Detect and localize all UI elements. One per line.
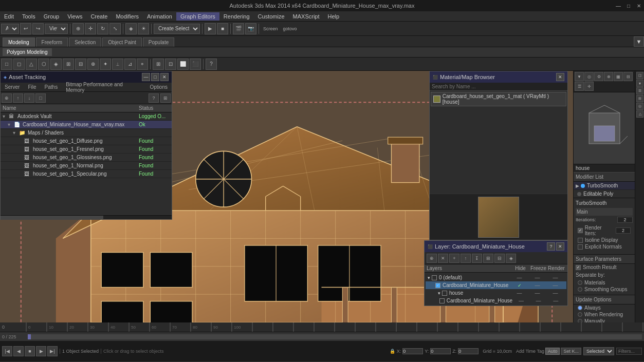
menu-graph-editors[interactable]: Graph Editors — [176, 12, 219, 21]
maximize-button[interactable]: □ — [623, 0, 634, 11]
asset-tb-opts[interactable]: ⊞ — [160, 93, 171, 103]
smooth-result-checkbox[interactable]: ✓ — [576, 265, 581, 270]
vert-btn-1[interactable]: ◫ — [636, 72, 643, 79]
vert-btn-3[interactable]: ☰ — [636, 87, 643, 94]
layer-render-3[interactable]: — — [546, 290, 564, 296]
menu-tools[interactable]: Tools — [18, 12, 40, 21]
asset-row-diffuse[interactable]: 🖼 house_set_geo_1_Diffuse.png Found — [1, 137, 172, 145]
redo-button[interactable]: ↪ — [32, 23, 44, 34]
poly-display-1[interactable]: ⊞ — [153, 59, 164, 70]
move-button[interactable]: ✛ — [85, 23, 96, 34]
menu-group[interactable]: Group — [40, 12, 64, 21]
view-dropdown[interactable]: View — [45, 24, 68, 34]
tab-object-paint[interactable]: Object Paint — [102, 37, 141, 47]
asset-tb-btn-1[interactable]: ⊕ — [2, 93, 12, 103]
play-button[interactable]: ▶ — [205, 23, 216, 34]
layer-hide-4[interactable]: — — [512, 298, 530, 303]
asset-tb-help[interactable]: ? — [149, 93, 159, 103]
layer-help-btn[interactable]: ? — [547, 242, 555, 251]
select-button[interactable]: ⊕ — [72, 23, 84, 34]
menu-help[interactable]: Help — [324, 12, 344, 21]
props-tb-btn-1[interactable]: ▼ — [575, 72, 584, 81]
x-coord-input[interactable] — [402, 348, 423, 354]
tab-modeling[interactable]: Modeling — [3, 37, 35, 47]
asset-tb-btn-4[interactable]: □ — [35, 93, 46, 103]
menu-modifiers[interactable]: Modifiers — [112, 12, 143, 21]
layer-freeze-4[interactable]: — — [530, 298, 547, 303]
play-back-btn[interactable]: ◀ — [13, 346, 24, 356]
layer-row-cardboard2[interactable]: Cardboard_Miniature_House — — — — [426, 297, 566, 304]
layer-tb-btn-2[interactable]: ✕ — [438, 254, 448, 263]
poly-tool-7[interactable]: ⊟ — [75, 59, 86, 70]
z-coord-input[interactable] — [458, 348, 479, 354]
menu-animation[interactable]: Animation — [143, 12, 176, 21]
layer-freeze-1[interactable]: — — [528, 275, 546, 280]
camera-button[interactable]: 📷 — [245, 23, 256, 34]
sub-tab-polygon-modeling[interactable]: Polygon Modeling — [3, 48, 52, 56]
create-selection-dropdown[interactable]: Create Selection — [154, 24, 200, 34]
layer-tb-btn-8[interactable]: ◈ — [506, 254, 516, 263]
minimize-button[interactable]: — — [613, 0, 623, 11]
menu-customize[interactable]: Customize — [254, 12, 289, 21]
prev-frame-btn[interactable]: |◀ — [2, 346, 12, 356]
tab-selection[interactable]: Selection — [69, 37, 101, 47]
asset-close-btn[interactable]: ✕ — [160, 73, 169, 81]
asset-maximize-btn[interactable]: □ — [151, 73, 159, 81]
manually-radio[interactable] — [578, 319, 582, 322]
layer-hide-2[interactable]: ✓ — [510, 283, 528, 288]
materials-radio[interactable] — [578, 280, 582, 285]
render-iters-value[interactable]: 2 — [616, 227, 631, 234]
isoline-checkbox[interactable] — [578, 238, 583, 243]
mat-search-input[interactable] — [430, 83, 567, 91]
tab-populate[interactable]: Populate — [143, 37, 174, 47]
asset-menu-file[interactable]: File — [24, 83, 40, 91]
asset-row-max-file[interactable]: ▾ 📄 Cardboard_Miniature_House_max_vray.m… — [1, 121, 172, 129]
set-key-button[interactable]: Set K... — [561, 348, 581, 355]
props-tb-btn-8[interactable]: ✛ — [584, 82, 594, 91]
poly-tool-11[interactable]: ⊿ — [124, 59, 136, 70]
menu-views[interactable]: Views — [63, 12, 86, 21]
menu-rendering[interactable]: Rendering — [219, 12, 254, 21]
poly-tool-10[interactable]: ⟂ — [112, 59, 123, 70]
explicit-normals-checkbox[interactable] — [578, 244, 583, 250]
tab-options-button[interactable]: ▼ — [634, 36, 644, 47]
stop-playback-btn[interactable]: ■ — [25, 346, 35, 356]
asset-menu-paths[interactable]: Paths — [41, 83, 62, 91]
poly-display-4[interactable]: ⬛ — [190, 59, 201, 70]
close-button[interactable]: ✕ — [634, 0, 644, 11]
layer-render-4[interactable]: — — [547, 298, 564, 303]
layer-row-cardboard[interactable]: ✓ Cardboard_Miniature_House ✓ — — — [426, 281, 566, 289]
asset-menu-options[interactable]: Options — [146, 83, 172, 91]
poly-tool-2[interactable]: ◻ — [13, 59, 25, 70]
poly-tool-4[interactable]: ⬡ — [38, 59, 49, 70]
layer-tb-btn-7[interactable]: ⊟ — [494, 254, 505, 263]
layer-freeze-3[interactable]: — — [528, 290, 546, 296]
layer-tb-btn-4[interactable]: ↑ — [461, 254, 471, 263]
iterations-value[interactable]: 2 — [617, 217, 633, 223]
asset-row-glossiness[interactable]: 🖼 house_set_geo_1_Glossiness.png Found — [1, 154, 172, 162]
asset-menu-bitmap[interactable]: Bitmap Performance and Memory — [62, 81, 145, 94]
poly-help[interactable]: ? — [206, 59, 217, 70]
poly-tool-3[interactable]: △ — [26, 59, 37, 70]
layer-hide-1[interactable]: — — [510, 275, 528, 280]
poly-tool-5[interactable]: ◈ — [50, 59, 62, 70]
props-tb-btn-2[interactable]: ◎ — [584, 72, 594, 81]
layer-render-1[interactable]: — — [546, 275, 564, 280]
props-tb-btn-3[interactable]: ⚙ — [594, 72, 603, 81]
layer-tb-btn-5[interactable]: ↧ — [472, 254, 482, 263]
asset-row-fresnel[interactable]: 🖼 house_set_geo_1_Fresnel.png Found — [1, 145, 172, 154]
mat-close-btn[interactable]: ✕ — [556, 73, 564, 81]
layer-close-btn[interactable]: ✕ — [556, 242, 564, 251]
render-button[interactable]: 🎬 — [233, 23, 244, 34]
poly-tool-12[interactable]: ⌖ — [137, 59, 148, 70]
undo-button[interactable]: ↩ — [20, 23, 31, 34]
asset-scroll-thumb[interactable] — [1, 216, 103, 220]
asset-tb-btn-3[interactable]: ↓ — [24, 93, 34, 103]
next-frame-btn[interactable]: ▶| — [47, 346, 58, 356]
poly-tool-9[interactable]: ✦ — [100, 59, 111, 70]
props-tb-btn-4[interactable]: ⊕ — [604, 72, 613, 81]
tab-freeform[interactable]: Freeform — [36, 37, 68, 47]
asset-row-vault[interactable]: ▾ 🏛 Autodesk Vault Logged O... — [1, 112, 172, 121]
play-fwd-btn[interactable]: ▶ — [36, 346, 46, 356]
auto-key-button[interactable]: Auto — [545, 348, 560, 355]
